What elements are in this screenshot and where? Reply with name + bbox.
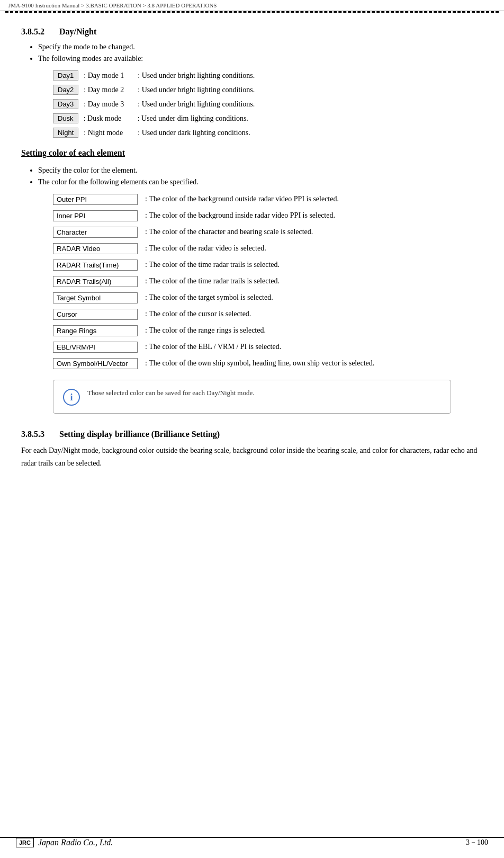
element-desc-1: : The color of the background inside rad… <box>145 210 335 221</box>
footer-logo: JRC Japan Radio Co., Ltd. <box>16 838 113 847</box>
section-3853: 3.8.5.3 Setting display brilliance (Bril… <box>21 430 483 470</box>
mode-row: Dusk : Dusk mode : Used under dim lighti… <box>53 113 483 123</box>
element-row: Inner PPI : The color of the background … <box>53 210 483 221</box>
footer-page: 3－100 <box>466 838 488 847</box>
footer-company: Japan Radio Co., Ltd. <box>38 838 113 847</box>
mode-row: Day1 : Day mode 1 : Used under bright li… <box>53 70 483 81</box>
element-table: Outer PPI : The color of the background … <box>53 194 483 369</box>
element-row: RADAR Trails(All) : The color of the tim… <box>53 276 483 287</box>
element-desc-5: : The color of the time radar trails is … <box>145 276 280 287</box>
element-row: Own Symbol/HL/Vector : The color of the … <box>53 358 483 369</box>
color-section-bullets: Specify the color for the element. The c… <box>38 166 483 186</box>
section-3853-body: For each Day/Night mode, background colo… <box>21 444 483 470</box>
section-3853-title: 3.8.5.3 Setting display brilliance (Bril… <box>21 430 483 439</box>
element-row: Outer PPI : The color of the background … <box>53 194 483 205</box>
jrc-label: JRC <box>16 838 34 847</box>
mode-table: Day1 : Day mode 1 : Used under bright li… <box>53 70 483 138</box>
bullet-1: Specify the mode to be changed. <box>38 43 483 51</box>
mode-row: Day2 : Day mode 2 : Used under bright li… <box>53 85 483 95</box>
element-desc-6: : The color of the target symbol is sele… <box>145 292 273 303</box>
section-385-title: Day/Night <box>59 27 96 36</box>
element-row: RADAR Video : The color of the radar vid… <box>53 243 483 254</box>
mode-btn-3: Dusk <box>53 113 78 123</box>
element-btn-7: Cursor <box>53 309 138 320</box>
mode-btn-2: Day3 <box>53 99 78 109</box>
breadcrumb: JMA-9100 Instruction Manual > 3.BASIC OP… <box>0 0 504 11</box>
element-row: RADAR Trails(Time) : The color of the ti… <box>53 260 483 271</box>
mode-name-4: : Night mode <box>84 129 131 137</box>
element-desc-4: : The color of the time radar trails is … <box>145 260 280 270</box>
element-btn-4: RADAR Trails(Time) <box>53 260 138 271</box>
element-desc-10: : The color of the own ship symbol, head… <box>145 358 374 369</box>
element-btn-9: EBL/VRM/PI <box>53 342 138 353</box>
info-box: i Those selected color can be saved for … <box>53 380 451 414</box>
info-text: Those selected color can be saved for ea… <box>87 388 255 398</box>
mode-name-3: : Dusk mode <box>84 114 131 123</box>
element-desc-7: : The color of the cursor is selected. <box>145 309 251 319</box>
mode-row: Night : Night mode : Used under dark lig… <box>53 128 483 138</box>
mode-btn-4: Night <box>53 128 78 138</box>
element-desc-3: : The color of the radar video is select… <box>145 243 266 254</box>
element-desc-8: : The color of the range rings is select… <box>145 325 266 336</box>
mode-btn-0: Day1 <box>53 70 78 81</box>
color-bullet-2: The color for the following elements can… <box>38 178 483 186</box>
mode-name-1: : Day mode 2 <box>84 86 131 94</box>
section-385-heading: 3.8.5.2 Day/Night <box>21 27 483 37</box>
dashed-divider <box>5 11 499 16</box>
section-385-bullets: Specify the mode to be changed. The foll… <box>38 43 483 63</box>
element-btn-6: Target Symbol <box>53 292 138 303</box>
element-row: Character : The color of the character a… <box>53 227 483 238</box>
mode-name-0: : Day mode 1 <box>84 72 131 80</box>
footer: JRC Japan Radio Co., Ltd. 3－100 <box>0 837 504 847</box>
color-bullet-1: Specify the color for the element. <box>38 166 483 175</box>
mode-name-2: : Day mode 3 <box>84 100 131 109</box>
element-desc-2: : The color of the character and bearing… <box>145 227 313 237</box>
mode-desc-4: : Used under dark lighting conditions. <box>138 129 250 137</box>
element-btn-1: Inner PPI <box>53 210 138 221</box>
section-3853-heading-text: Setting display brilliance (Brilliance S… <box>59 430 220 439</box>
mode-btn-1: Day2 <box>53 85 78 95</box>
info-icon: i <box>63 389 80 406</box>
element-btn-5: RADAR Trails(All) <box>53 276 138 287</box>
element-btn-2: Character <box>53 227 138 238</box>
element-btn-3: RADAR Video <box>53 243 138 254</box>
mode-desc-3: : Used under dim lighting conditions. <box>138 114 248 123</box>
element-desc-9: : The color of the EBL / VRM / PI is sel… <box>145 342 281 352</box>
element-row: EBL/VRM/PI : The color of the EBL / VRM … <box>53 342 483 353</box>
element-row: Cursor : The color of the cursor is sele… <box>53 309 483 320</box>
section-385-number: 3.8.5.2 <box>21 27 44 36</box>
mode-row: Day3 : Day mode 3 : Used under bright li… <box>53 99 483 109</box>
mode-desc-0: : Used under bright lighting conditions. <box>138 72 255 80</box>
bullet-2: The following modes are available: <box>38 55 483 63</box>
mode-desc-2: : Used under bright lighting conditions. <box>138 100 255 109</box>
element-desc-0: : The color of the background outside ra… <box>145 194 339 204</box>
element-row: Target Symbol : The color of the target … <box>53 292 483 303</box>
color-section-heading: Setting color of each element <box>21 148 483 158</box>
mode-desc-1: : Used under bright lighting conditions. <box>138 86 255 94</box>
element-btn-8: Range Rings <box>53 325 138 336</box>
element-btn-10: Own Symbol/HL/Vector <box>53 358 138 369</box>
element-btn-0: Outer PPI <box>53 194 138 205</box>
element-row: Range Rings : The color of the range rin… <box>53 325 483 336</box>
section-3853-number: 3.8.5.3 <box>21 430 44 439</box>
